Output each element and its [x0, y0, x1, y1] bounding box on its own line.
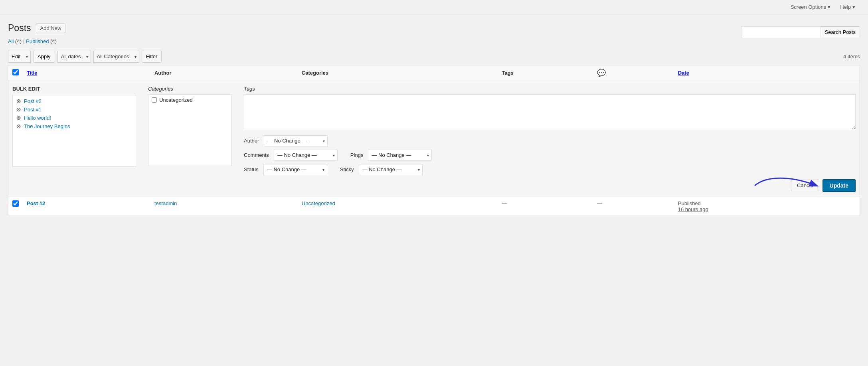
- pings-select-wrap: — No Change — ▾: [368, 150, 432, 161]
- dates-select-wrap: All dates ▾: [57, 51, 91, 63]
- screen-options-label: Screen Options: [791, 4, 826, 10]
- add-new-button[interactable]: Add New: [36, 23, 66, 33]
- comments-select-wrap: — No Change — ▾: [274, 150, 338, 161]
- header-comments-col: 💬: [593, 65, 674, 81]
- post2-tags-cell: —: [498, 197, 593, 216]
- tags-textarea[interactable]: [244, 94, 856, 130]
- table-container: Title Author Categories Tags 💬 Date: [8, 65, 860, 216]
- page-title: Posts: [8, 22, 31, 34]
- help-label: Help: [840, 4, 851, 10]
- post2-author-link[interactable]: testadmin: [154, 200, 177, 206]
- cancel-button[interactable]: Cancel: [791, 180, 819, 191]
- posts-table: Title Author Categories Tags 💬 Date: [8, 65, 860, 216]
- remove-helloworld-icon[interactable]: ⊗: [16, 115, 22, 121]
- remove-post2-icon[interactable]: ⊗: [16, 98, 22, 104]
- categories-list-box[interactable]: Uncategorized: [148, 94, 232, 166]
- category-item-uncategorized: Uncategorized: [152, 96, 228, 104]
- sticky-select[interactable]: — No Change —: [359, 164, 423, 175]
- bulk-edit-cell: BULK EDIT ⊗ Post #2 ⊗ Post #1: [8, 81, 860, 197]
- screen-options-chevron: ▾: [828, 4, 830, 10]
- post2-category-link[interactable]: Uncategorized: [302, 200, 335, 206]
- header-title-col: Title: [23, 65, 150, 81]
- all-count: (4): [15, 38, 22, 44]
- comments-pings-row: Comments — No Change — ▾ Pings: [244, 150, 856, 161]
- apply-button[interactable]: Apply: [33, 51, 55, 63]
- published-filter[interactable]: Published (4): [26, 38, 57, 44]
- post1-title: Post #1: [24, 107, 42, 113]
- category-name-uncategorized: Uncategorized: [159, 97, 193, 103]
- screen-options-button[interactable]: Screen Options ▾: [786, 0, 836, 14]
- bulk-action-select-wrap: Edit ▾: [8, 51, 31, 63]
- list-item[interactable]: ⊗ Post #2: [13, 97, 136, 105]
- bulk-edit-actions: Cancel: [244, 179, 856, 192]
- items-count: 4 items: [843, 53, 860, 59]
- list-item[interactable]: ⊗ The Journey Begins: [13, 122, 136, 131]
- categories-select-wrap: All Categories ▾: [93, 51, 139, 63]
- bulk-edit-posts-list[interactable]: ⊗ Post #2 ⊗ Post #1 ⊗ He: [12, 95, 136, 167]
- search-posts-button[interactable]: Search Posts: [821, 26, 860, 38]
- header-checkbox-col: [8, 65, 23, 81]
- categories-label: Categories: [148, 86, 236, 92]
- all-filter-link[interactable]: All: [8, 38, 14, 44]
- comments-select[interactable]: — No Change —: [274, 150, 338, 161]
- filter-bar: All (4) | Published (4) Search Posts: [8, 38, 860, 48]
- category-checkbox-uncategorized[interactable]: [152, 97, 157, 103]
- select-all-checkbox[interactable]: [12, 69, 19, 75]
- remove-journey-icon[interactable]: ⊗: [16, 123, 22, 129]
- post2-date-time: 16 hours ago: [678, 206, 856, 212]
- top-bar: Screen Options ▾ Help ▾: [0, 0, 868, 14]
- status-select[interactable]: — No Change —: [263, 164, 327, 175]
- published-count: (4): [50, 38, 57, 44]
- post2-checkbox-cell: [8, 197, 23, 216]
- bulk-edit-title: BULK EDIT: [12, 86, 140, 92]
- bulk-edit-wrap: BULK EDIT ⊗ Post #2 ⊗ Post #1: [12, 86, 856, 192]
- remove-post1-icon[interactable]: ⊗: [16, 107, 22, 112]
- pings-field-label: Pings: [350, 152, 364, 158]
- comments-field-label: Comments: [244, 152, 269, 158]
- table-header-row: Title Author Categories Tags 💬 Date: [8, 65, 860, 81]
- post2-title-cell: Post #2: [23, 197, 150, 216]
- search-posts-input[interactable]: [741, 26, 821, 38]
- bulk-edit-fields-col: Tags Author — No Change — ▾: [244, 86, 856, 192]
- post2-title: Post #2: [24, 98, 42, 104]
- tags-label: Tags: [244, 86, 856, 92]
- update-button[interactable]: Update: [823, 179, 856, 192]
- page-wrap: Posts Add New All (4) | Published (4) Se…: [0, 14, 868, 366]
- post2-date-status: Published: [678, 200, 856, 206]
- post2-date: Published 16 hours ago: [678, 200, 856, 212]
- bulk-edit-posts-col: BULK EDIT ⊗ Post #2 ⊗ Post #1: [12, 86, 140, 167]
- subsubsub: All (4) | Published (4): [8, 38, 57, 44]
- title-sort-link[interactable]: Title: [27, 70, 38, 76]
- help-button[interactable]: Help ▾: [835, 0, 860, 14]
- header-date-col: Date: [674, 65, 860, 81]
- post2-comments-cell: —: [593, 197, 674, 216]
- list-item[interactable]: ⊗ Hello world!: [13, 114, 136, 122]
- pings-select[interactable]: — No Change —: [368, 150, 432, 161]
- tablenav: Edit ▾ Apply All dates ▾ All Categories …: [8, 51, 860, 63]
- categories-select[interactable]: All Categories: [93, 51, 139, 63]
- bulk-edit-categories-col: Categories Uncategorized: [148, 86, 236, 166]
- page-header: Posts Add New: [8, 22, 860, 34]
- filter-button[interactable]: Filter: [142, 51, 162, 63]
- tablenav-left: Edit ▾ Apply All dates ▾ All Categories …: [8, 51, 162, 63]
- list-item[interactable]: ⊗ Post #1: [13, 105, 136, 114]
- search-posts-area: Search Posts: [741, 26, 860, 38]
- post2-checkbox[interactable]: [12, 200, 19, 207]
- sticky-select-wrap: — No Change — ▾: [359, 164, 423, 175]
- journey-title: The Journey Begins: [24, 123, 70, 129]
- bulk-action-select[interactable]: Edit: [8, 51, 31, 63]
- date-sort-link[interactable]: Date: [678, 70, 689, 76]
- header-author-col: Author: [150, 65, 298, 81]
- sep: |: [23, 38, 24, 44]
- author-row: Author — No Change — ▾: [244, 135, 856, 146]
- author-select[interactable]: — No Change —: [264, 135, 328, 146]
- published-filter-link[interactable]: Published: [26, 38, 49, 44]
- all-filter[interactable]: All (4): [8, 38, 22, 44]
- sticky-field-label: Sticky: [340, 166, 354, 172]
- post2-date-cell: Published 16 hours ago: [674, 197, 860, 216]
- help-chevron: ▾: [852, 4, 855, 10]
- update-button-wrap: Update: [823, 179, 856, 192]
- dates-select[interactable]: All dates: [57, 51, 91, 63]
- post2-author-cell: testadmin: [150, 197, 298, 216]
- post2-title-link[interactable]: Post #2: [27, 200, 45, 206]
